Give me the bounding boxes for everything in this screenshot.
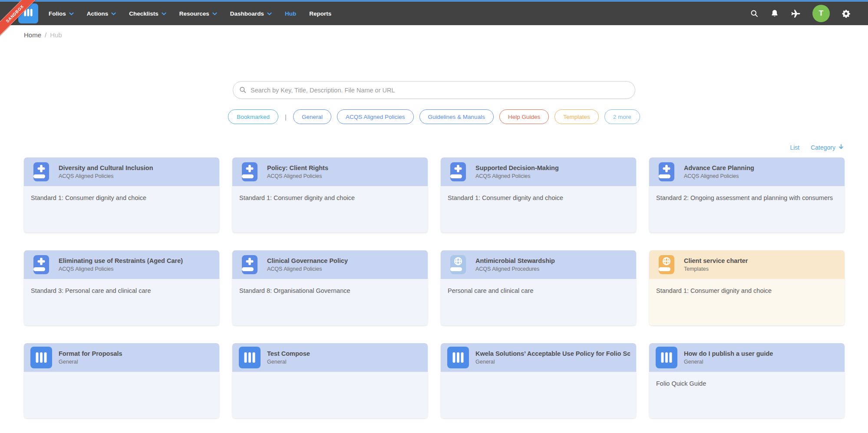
send-plane-icon[interactable] — [791, 9, 801, 19]
card-title: Format for Proposals — [59, 350, 122, 357]
hub-card-eliminating-use-of-restraints-aged-care[interactable]: Eliminating use of Restraints (Aged Care… — [24, 250, 219, 325]
top-navbar: SANDBOX FoliosActionsChecklistsResources… — [0, 0, 868, 25]
user-avatar[interactable]: T — [812, 5, 830, 22]
card-title: Client service charter — [684, 257, 748, 264]
view-controls: List Category — [0, 144, 844, 151]
notifications-bell-icon[interactable] — [770, 9, 779, 18]
bars-document-icon — [239, 347, 261, 368]
book-medical-icon — [447, 161, 469, 183]
nav-item-actions[interactable]: Actions — [87, 10, 116, 17]
hub-card-antimicrobial-stewardship[interactable]: Antimicrobial StewardshipACQS Aligned Pr… — [441, 250, 636, 325]
card-body-text: Standard 3: Personal care and clinical c… — [24, 279, 219, 325]
hub-search-input[interactable] — [233, 81, 635, 99]
settings-gear-icon[interactable] — [842, 9, 851, 18]
nav-item-label: Dashboards — [230, 10, 264, 17]
card-category: ACQS Aligned Procedures — [475, 266, 555, 272]
card-header: How do I publish a user guideGeneral — [649, 343, 845, 372]
book-medical-icon — [239, 161, 261, 183]
filter-pills-row: Bookmarked|GeneralACQS Aligned PoliciesG… — [0, 109, 868, 124]
card-body-text: Standard 8: Organisational Governance — [232, 279, 428, 325]
bars-document-icon — [30, 347, 52, 368]
book-medical-icon — [30, 161, 52, 183]
card-header: Advance Care PlanningACQS Aligned Polici… — [649, 157, 845, 186]
breadcrumb: Home / Hub — [24, 31, 868, 39]
category-sort-button[interactable]: Category — [811, 144, 844, 151]
nav-item-reports[interactable]: Reports — [309, 10, 331, 17]
card-body-text — [441, 372, 636, 418]
filter-pill-help-guides[interactable]: Help Guides — [499, 109, 549, 124]
card-body-text — [232, 372, 428, 418]
nav-item-label: Actions — [87, 10, 109, 17]
nav-item-hub[interactable]: Hub — [285, 10, 296, 17]
card-header: Antimicrobial StewardshipACQS Aligned Pr… — [441, 250, 636, 279]
search-icon[interactable] — [750, 9, 759, 18]
book-globe-icon — [656, 254, 677, 276]
card-body-text: Standard 1: Consumer dignity and choice — [649, 279, 845, 325]
card-title: Advance Care Planning — [684, 164, 754, 171]
hub-card-kwela-solutions-acceptable-use-policy-fo[interactable]: Kwela Solutions’ Acceptable Use Policy f… — [441, 343, 636, 418]
book-medical-icon — [656, 161, 677, 183]
card-title: Antimicrobial Stewardship — [475, 257, 555, 264]
hub-card-how-do-i-publish-a-user-guide[interactable]: How do I publish a user guideGeneralFoli… — [649, 343, 845, 418]
filter-pill-bookmarked[interactable]: Bookmarked — [228, 109, 278, 124]
card-title: Eliminating use of Restraints (Aged Care… — [59, 257, 183, 264]
chevron-down-icon — [162, 10, 166, 17]
card-category: ACQS Aligned Policies — [267, 173, 328, 179]
bars-document-icon — [656, 347, 677, 368]
nav-item-label: Reports — [309, 10, 331, 17]
card-body-text — [24, 372, 219, 418]
card-title: Supported Decision-Making — [475, 164, 559, 171]
filter-pill-acqs-aligned-policies[interactable]: ACQS Aligned Policies — [337, 109, 414, 124]
chevron-down-icon — [267, 10, 272, 17]
card-header: Supported Decision-MakingACQS Aligned Po… — [441, 157, 636, 186]
card-header: Diversity and Cultural InclusionACQS Ali… — [24, 157, 219, 186]
card-header: Eliminating use of Restraints (Aged Care… — [24, 250, 219, 279]
filter-pill-2-more[interactable]: 2 more — [604, 109, 640, 124]
card-category: ACQS Aligned Policies — [475, 173, 559, 179]
nav-item-label: Folios — [49, 10, 66, 17]
nav-item-folios[interactable]: Folios — [49, 10, 74, 17]
filter-pill-guidelines-manuals[interactable]: Guidelines & Manuals — [419, 109, 494, 124]
hub-card-policy-client-rights[interactable]: Policy: Client RightsACQS Aligned Polici… — [232, 157, 428, 233]
book-medical-icon — [239, 254, 261, 276]
hub-card-format-for-proposals[interactable]: Format for ProposalsGeneral — [24, 343, 219, 418]
card-body-text: Folio Quick Guide — [649, 372, 845, 418]
chevron-down-icon — [111, 10, 116, 17]
hub-cards-grid: Diversity and Cultural InclusionACQS Ali… — [24, 157, 845, 418]
hub-card-advance-care-planning[interactable]: Advance Care PlanningACQS Aligned Polici… — [649, 157, 845, 233]
card-title: Policy: Client Rights — [267, 164, 328, 171]
card-header: Test ComposeGeneral — [232, 343, 428, 372]
nav-item-dashboards[interactable]: Dashboards — [230, 10, 272, 17]
card-body-text: Standard 1: Consumer dignity and choice — [441, 186, 636, 233]
hub-card-client-service-charter[interactable]: Client service charterTemplatesStandard … — [649, 250, 845, 325]
hub-card-clinical-governance-policy[interactable]: Clinical Governance PolicyACQS Aligned P… — [232, 250, 428, 325]
card-category: ACQS Aligned Policies — [267, 266, 348, 272]
filter-pill-templates[interactable]: Templates — [554, 109, 599, 124]
filter-divider: | — [284, 113, 287, 121]
card-category: General — [684, 359, 773, 365]
hub-card-test-compose[interactable]: Test ComposeGeneral — [232, 343, 428, 418]
nav-item-label: Checklists — [129, 10, 158, 17]
card-title: Kwela Solutions’ Acceptable Use Policy f… — [475, 350, 630, 357]
nav-item-resources[interactable]: Resources — [179, 10, 217, 17]
list-view-button[interactable]: List — [790, 144, 799, 151]
card-category: General — [475, 359, 630, 365]
breadcrumb-home-link[interactable]: Home — [24, 31, 41, 39]
nav-item-checklists[interactable]: Checklists — [129, 10, 166, 17]
breadcrumb-separator: / — [45, 31, 46, 39]
card-header: Client service charterTemplates — [649, 250, 845, 279]
card-title: Clinical Governance Policy — [267, 257, 348, 264]
hub-card-diversity-and-cultural-inclusion[interactable]: Diversity and Cultural InclusionACQS Ali… — [24, 157, 219, 233]
filter-pill-general[interactable]: General — [293, 109, 331, 124]
topbar-right: T — [750, 5, 868, 22]
breadcrumb-current: Hub — [50, 31, 62, 39]
card-category: Templates — [684, 266, 748, 272]
arrow-down-icon — [838, 144, 844, 151]
card-category: General — [267, 359, 310, 365]
nav-item-label: Hub — [285, 10, 296, 17]
search-section — [0, 81, 868, 99]
card-body-text: Standard 1: Consumer dignity and choice — [232, 186, 428, 233]
card-header: Policy: Client RightsACQS Aligned Polici… — [232, 157, 428, 186]
card-category: ACQS Aligned Policies — [59, 266, 183, 272]
hub-card-supported-decision-making[interactable]: Supported Decision-MakingACQS Aligned Po… — [441, 157, 636, 233]
